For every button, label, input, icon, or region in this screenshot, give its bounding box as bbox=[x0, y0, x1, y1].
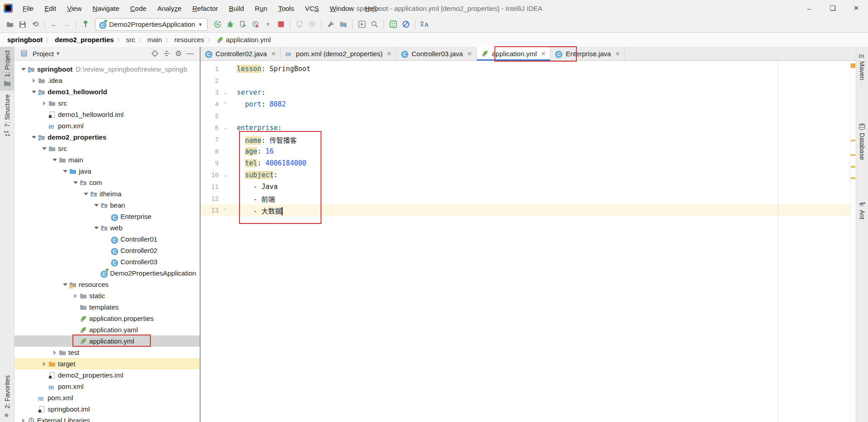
expanded-arrow-icon[interactable] bbox=[62, 283, 69, 286]
tool-button-7-structure[interactable]: 7: Structure bbox=[0, 91, 14, 141]
breadcrumb-demo2_properties[interactable]: demo2_properties bbox=[55, 36, 114, 44]
tree-item-demo2_properties-iml[interactable]: demo2_properties.iml bbox=[14, 369, 200, 381]
expanded-arrow-icon[interactable] bbox=[72, 181, 79, 184]
tree-item-target[interactable]: target bbox=[14, 358, 200, 369]
close-button[interactable]: ✕ bbox=[844, 0, 868, 16]
breadcrumb-application-yml[interactable]: application.yml bbox=[216, 36, 271, 44]
breadcrumb-src[interactable]: src bbox=[126, 36, 135, 44]
coverage-icon[interactable] bbox=[236, 19, 249, 30]
expanded-arrow-icon[interactable] bbox=[30, 136, 38, 139]
code-line-6[interactable]: 6⌄enterprise: bbox=[201, 122, 850, 134]
close-icon[interactable]: ✕ bbox=[615, 50, 620, 57]
fold-marker-icon[interactable]: ⌃ bbox=[219, 208, 232, 213]
code-line-5[interactable]: 5 bbox=[201, 110, 850, 122]
restore-button[interactable]: ❏ bbox=[821, 0, 844, 16]
tree-item-application-properties[interactable]: application.properties bbox=[14, 313, 200, 324]
close-icon[interactable]: ✕ bbox=[271, 50, 276, 57]
expanded-arrow-icon[interactable] bbox=[82, 193, 90, 195]
stripe-mark[interactable] bbox=[851, 63, 855, 68]
tree-item-springboot[interactable]: springboot D:\review_springboot\review_s… bbox=[14, 63, 200, 75]
profiler-icon[interactable] bbox=[249, 19, 262, 30]
tree-item-bean[interactable]: bean bbox=[14, 199, 200, 211]
tree-item-demo1_helloworld-iml[interactable]: demo1_helloworld.iml bbox=[14, 109, 200, 120]
tree-item-Controller03[interactable]: CController03 bbox=[14, 256, 200, 267]
tree-item-Controller02[interactable]: CController02 bbox=[14, 245, 200, 256]
save-icon[interactable] bbox=[16, 19, 29, 30]
expanded-arrow-icon[interactable] bbox=[93, 204, 100, 207]
collapsed-arrow-icon[interactable] bbox=[41, 101, 48, 106]
tree-item-application-yml[interactable]: application.yml bbox=[14, 335, 200, 347]
tree-item-resources[interactable]: resources bbox=[14, 279, 200, 290]
menu-navigate[interactable]: Navigate bbox=[88, 3, 124, 14]
menu-view[interactable]: View bbox=[62, 3, 86, 14]
menu-file[interactable]: File bbox=[18, 3, 38, 14]
plugin-green-icon[interactable] bbox=[387, 19, 399, 30]
stripe-mark[interactable] bbox=[851, 166, 855, 168]
search-everywhere-icon[interactable] bbox=[368, 19, 381, 30]
back-icon[interactable]: ← bbox=[48, 19, 60, 30]
breadcrumb-springboot[interactable]: springboot bbox=[7, 36, 43, 44]
minimize-button[interactable]: – bbox=[797, 0, 821, 16]
build-artifact-icon[interactable] bbox=[306, 19, 318, 30]
collapse-all-icon[interactable] bbox=[161, 48, 173, 59]
gear-icon[interactable]: ⚙ bbox=[173, 48, 184, 59]
run-icon[interactable] bbox=[211, 19, 224, 30]
tab-Controller03-java[interactable]: CController03.java✕ bbox=[397, 47, 477, 60]
debug-icon[interactable] bbox=[224, 19, 236, 30]
tool-button-ant[interactable]: Ant bbox=[856, 196, 868, 223]
tree-item-main[interactable]: main bbox=[14, 154, 200, 165]
collapsed-arrow-icon[interactable] bbox=[30, 78, 38, 83]
code-line-10[interactable]: 10⌄ subject: bbox=[201, 169, 850, 181]
menu-code[interactable]: Code bbox=[126, 3, 151, 14]
code-line-12[interactable]: 12 - 前端 bbox=[201, 193, 850, 204]
project-structure-icon[interactable] bbox=[337, 19, 350, 30]
code-line-1[interactable]: 1lesson: SpringBoot bbox=[201, 63, 850, 75]
stripe-mark[interactable] bbox=[851, 177, 855, 179]
fold-marker-icon[interactable]: ⌄ bbox=[219, 126, 232, 130]
tree-item-External-Libraries[interactable]: External Libraries bbox=[14, 415, 200, 422]
close-icon[interactable]: ✕ bbox=[387, 50, 392, 57]
tree-item-pom-xml[interactable]: mpom.xml bbox=[14, 381, 200, 392]
tree-item-src[interactable]: src bbox=[14, 97, 200, 109]
code-line-9[interactable]: 9 tel: 4006184000 bbox=[201, 157, 850, 169]
menu-edit[interactable]: Edit bbox=[40, 3, 61, 14]
tree-item-Controller01[interactable]: CController01 bbox=[14, 233, 200, 245]
wrench-icon[interactable] bbox=[324, 19, 337, 30]
expanded-arrow-icon[interactable] bbox=[62, 170, 69, 173]
menu-analyze[interactable]: Analyze bbox=[153, 3, 186, 14]
run-anything-icon[interactable] bbox=[355, 19, 368, 30]
project-panel-title[interactable]: Project bbox=[33, 50, 54, 58]
collapsed-arrow-icon[interactable] bbox=[41, 362, 48, 366]
sync-icon[interactable]: ⟲ bbox=[29, 19, 42, 30]
tool-button-1-project[interactable]: 1: Project bbox=[0, 47, 14, 91]
expanded-arrow-icon[interactable] bbox=[20, 68, 27, 71]
collapsed-arrow-icon[interactable] bbox=[20, 418, 27, 422]
expanded-arrow-icon[interactable] bbox=[30, 91, 38, 93]
expanded-arrow-icon[interactable] bbox=[41, 147, 48, 150]
tool-button-maven[interactable]: mMaven bbox=[856, 48, 868, 84]
stop-icon[interactable] bbox=[274, 19, 287, 30]
tree-item-application-yaml[interactable]: application.yaml bbox=[14, 324, 200, 335]
code-line-7[interactable]: 7 name: 传智播客 bbox=[201, 134, 850, 146]
menu-run[interactable]: Run bbox=[250, 3, 272, 14]
tool-button-2-favorites[interactable]: 2: Favorites★ bbox=[0, 372, 14, 422]
tab-pom-xml-demo2_properties-[interactable]: mpom.xml (demo2_properties)✕ bbox=[281, 47, 397, 60]
tree-item-com[interactable]: com bbox=[14, 177, 200, 188]
open-icon[interactable] bbox=[4, 19, 16, 30]
fold-marker-icon[interactable]: ⌄ bbox=[219, 173, 232, 177]
tab-Enterprise-java[interactable]: CEnterprise.java✕ bbox=[551, 47, 625, 60]
tree-item-test[interactable]: test bbox=[14, 347, 200, 358]
tree-item-src[interactable]: src bbox=[14, 143, 200, 154]
tree-item-pom-xml[interactable]: mpom.xml bbox=[14, 392, 200, 403]
menu-vcs[interactable]: VCS bbox=[300, 3, 323, 14]
tree-item-demo1_helloworld[interactable]: demo1_helloworld bbox=[14, 86, 200, 97]
expanded-arrow-icon[interactable] bbox=[51, 159, 58, 161]
build-hammer-icon[interactable] bbox=[79, 19, 91, 30]
code-line-3[interactable]: 3⌄server: bbox=[201, 87, 850, 98]
attach-debugger-icon[interactable] bbox=[293, 19, 306, 30]
tree-item-demo2_properties[interactable]: demo2_properties bbox=[14, 131, 200, 143]
chevron-down-icon[interactable]: ▼ bbox=[56, 51, 61, 56]
close-icon[interactable]: ✕ bbox=[541, 50, 546, 57]
menu-build[interactable]: Build bbox=[224, 3, 248, 14]
menu-tools[interactable]: Tools bbox=[273, 3, 298, 14]
